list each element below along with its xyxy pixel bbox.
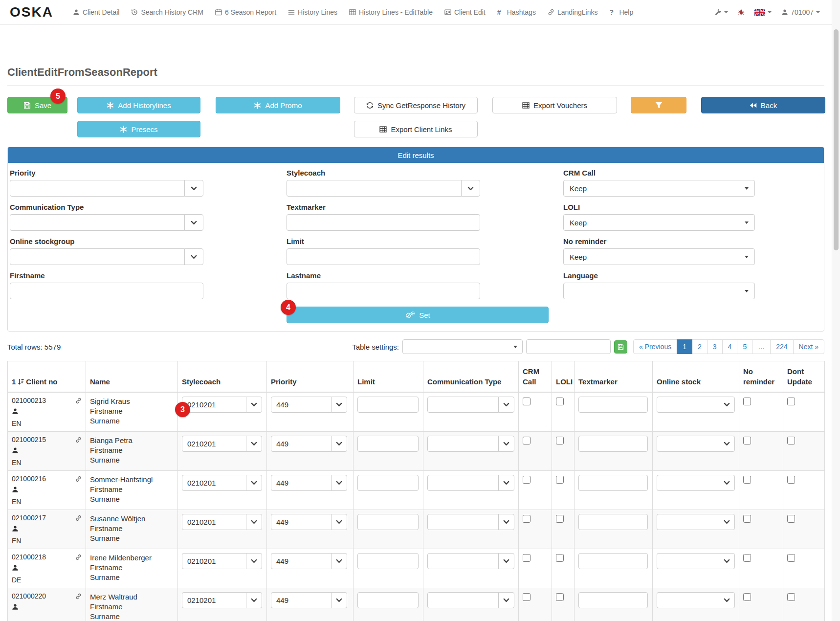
- add-promo-button[interactable]: Add Promo: [216, 97, 340, 113]
- crm-call-checkbox[interactable]: [523, 398, 531, 405]
- online-stock-input[interactable]: [657, 475, 719, 491]
- nav-item-hashtags[interactable]: #Hashtags: [497, 8, 536, 16]
- pagination-ellipsis[interactable]: …: [752, 339, 771, 354]
- communication-type-dropdown-button[interactable]: [498, 436, 514, 452]
- person-icon[interactable]: [12, 564, 19, 571]
- limit-input[interactable]: [357, 436, 419, 452]
- person-icon[interactable]: [12, 408, 19, 415]
- column-header-loli[interactable]: LOLI: [552, 361, 575, 393]
- no-reminder-checkbox[interactable]: [743, 554, 751, 562]
- person-icon[interactable]: [12, 486, 19, 493]
- presecs-button[interactable]: Presecs: [77, 121, 200, 137]
- pagination-page-224[interactable]: 224: [770, 339, 793, 354]
- priority-input[interactable]: [271, 436, 332, 452]
- communication-type-input[interactable]: [427, 514, 499, 530]
- dont-update-checkbox[interactable]: [787, 554, 795, 562]
- crm-call-checkbox[interactable]: [523, 515, 531, 523]
- crm-call-checkbox[interactable]: [523, 437, 531, 444]
- no-reminder-checkbox[interactable]: [743, 515, 751, 523]
- back-button[interactable]: Back: [701, 97, 825, 113]
- language-dropdown[interactable]: [754, 9, 772, 16]
- stylecoach-input[interactable]: [182, 514, 246, 530]
- communication-type-dropdown-button[interactable]: [498, 475, 514, 491]
- priority-select-input[interactable]: [10, 180, 185, 197]
- nav-item-landinglinks[interactable]: LandingLinks: [548, 8, 598, 16]
- stylecoach-dropdown-button[interactable]: [246, 397, 262, 413]
- priority-input[interactable]: [271, 553, 332, 569]
- crm-call-checkbox[interactable]: [523, 554, 531, 562]
- online-stock-input[interactable]: [657, 592, 719, 608]
- column-header-online-stock[interactable]: Online stock: [653, 361, 739, 393]
- loli-checkbox[interactable]: [556, 398, 564, 405]
- no-reminder-select[interactable]: Keep: [563, 248, 755, 265]
- loli-checkbox[interactable]: [556, 476, 564, 484]
- priority-input[interactable]: [271, 592, 332, 608]
- pagination-page-5[interactable]: 5: [737, 339, 752, 354]
- user-menu[interactable]: 701007: [781, 8, 820, 16]
- loli-checkbox[interactable]: [556, 593, 564, 601]
- no-reminder-checkbox[interactable]: [743, 437, 751, 444]
- pagination-page-2[interactable]: 2: [692, 339, 707, 354]
- stylecoach-dropdown-button[interactable]: [246, 592, 262, 608]
- crm-call-select[interactable]: Keep: [563, 180, 755, 197]
- link-icon[interactable]: [75, 476, 82, 482]
- online-stock-input[interactable]: [657, 436, 719, 452]
- column-header-no-reminder[interactable]: No reminder: [739, 361, 783, 393]
- column-header-client-no[interactable]: 1 Client no: [8, 361, 86, 393]
- scrollbar-thumb[interactable]: [834, 29, 839, 250]
- priority-dropdown-button[interactable]: [331, 514, 347, 530]
- online-stock-dropdown-button[interactable]: [719, 475, 735, 491]
- online-stock-dropdown-button[interactable]: [719, 553, 735, 569]
- textmarker-input[interactable]: [578, 553, 648, 569]
- priority-input[interactable]: [271, 475, 332, 491]
- crm-call-checkbox[interactable]: [523, 593, 531, 601]
- stylecoach-select-input[interactable]: [287, 180, 462, 197]
- no-reminder-checkbox[interactable]: [743, 476, 751, 484]
- textmarker-input[interactable]: [578, 397, 648, 413]
- stylecoach-input[interactable]: [182, 436, 246, 452]
- online-stockgroup-dropdown-button[interactable]: [184, 248, 203, 265]
- pagination-page-1[interactable]: 1: [677, 339, 692, 354]
- priority-input[interactable]: [271, 514, 332, 530]
- set-button[interactable]: Set: [287, 307, 549, 323]
- save-table-settings-button[interactable]: [614, 340, 627, 354]
- stylecoach-input[interactable]: [182, 475, 246, 491]
- nav-item-6-season-report[interactable]: 6 Season Report: [215, 8, 276, 16]
- column-header-crm-call[interactable]: CRM Call: [519, 361, 552, 393]
- no-reminder-checkbox[interactable]: [743, 593, 751, 601]
- communication-type-dropdown-button[interactable]: [498, 514, 514, 530]
- online-stockgroup-select-input[interactable]: [10, 248, 185, 265]
- no-reminder-checkbox[interactable]: [743, 398, 751, 405]
- limit-input[interactable]: [357, 514, 419, 530]
- firstname-input[interactable]: [10, 283, 203, 299]
- column-header-limit[interactable]: Limit: [354, 361, 423, 393]
- filter-button[interactable]: [631, 97, 686, 113]
- textmarker-input[interactable]: [578, 514, 648, 530]
- pagination-page-3[interactable]: 3: [707, 339, 723, 354]
- limit-input[interactable]: [357, 592, 419, 608]
- column-header-stylecoach[interactable]: Stylecoach: [178, 361, 267, 393]
- stylecoach-dropdown-button[interactable]: [461, 180, 480, 197]
- textmarker-input[interactable]: [287, 214, 480, 231]
- limit-input[interactable]: [357, 553, 419, 569]
- limit-input[interactable]: [357, 397, 419, 413]
- pagination-previous[interactable]: « Previous: [633, 339, 677, 354]
- stylecoach-dropdown-button[interactable]: [246, 436, 262, 452]
- loli-select[interactable]: Keep: [563, 214, 755, 231]
- communication-type-input[interactable]: [427, 553, 499, 569]
- communication-type-input[interactable]: [427, 592, 499, 608]
- link-icon[interactable]: [75, 398, 82, 404]
- nav-item-client-detail[interactable]: Client Detail: [73, 8, 119, 16]
- communication-type-input[interactable]: [427, 436, 499, 452]
- communication-type-dropdown-button[interactable]: [184, 214, 203, 231]
- dont-update-checkbox[interactable]: [787, 398, 795, 405]
- export-vouchers-button[interactable]: Export Vouchers: [492, 97, 617, 113]
- dont-update-checkbox[interactable]: [787, 437, 795, 444]
- priority-input[interactable]: [271, 397, 332, 413]
- debug-button[interactable]: [738, 9, 745, 16]
- pagination-next[interactable]: Next »: [793, 339, 824, 354]
- communication-type-input[interactable]: [427, 397, 499, 413]
- stylecoach-input[interactable]: [182, 553, 246, 569]
- dont-update-checkbox[interactable]: [787, 515, 795, 523]
- stylecoach-dropdown-button[interactable]: [246, 514, 262, 530]
